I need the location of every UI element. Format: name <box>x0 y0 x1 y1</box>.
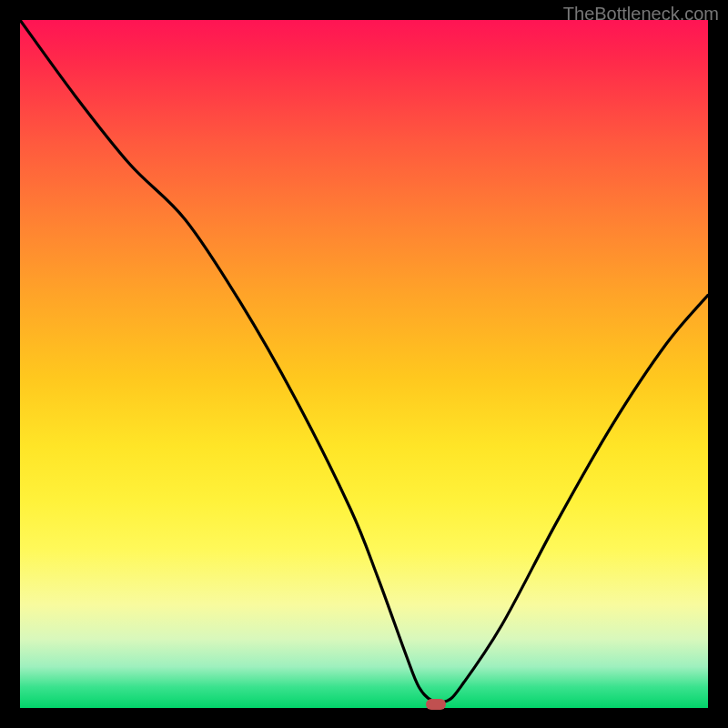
chart-border-bottom <box>0 708 728 728</box>
watermark-text: TheBottleneck.com <box>563 4 719 25</box>
chart-border-left <box>0 0 20 728</box>
bottleneck-curve <box>20 20 708 708</box>
chart-border-right <box>708 0 728 728</box>
bottleneck-chart: TheBottleneck.com <box>0 0 728 728</box>
optimal-point-marker <box>426 699 446 710</box>
